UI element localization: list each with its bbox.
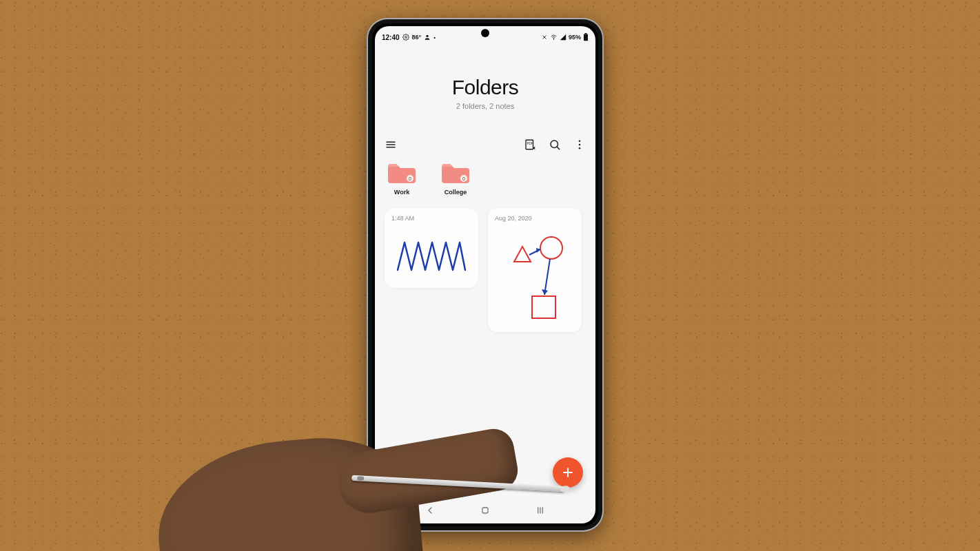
note-timestamp: Aug 20, 2020 — [488, 208, 582, 225]
phone-screen: 12:40 86° • 95% — [375, 26, 595, 523]
page-header: Folders 2 folders, 2 notes — [375, 45, 595, 135]
more-button[interactable] — [573, 138, 586, 151]
hamburger-icon — [385, 138, 397, 151]
system-navigation-bar — [375, 500, 595, 523]
scribble-drawing-icon — [394, 236, 469, 277]
svg-point-1 — [427, 35, 429, 37]
nav-recents-button[interactable] — [533, 503, 547, 517]
svg-point-0 — [405, 37, 407, 39]
content-area: 0 Work 0 College — [375, 154, 595, 500]
folders-row: 0 Work 0 College — [385, 161, 586, 196]
nfc-icon — [541, 34, 548, 41]
folder-badge: 0 — [409, 176, 411, 181]
svg-rect-22 — [532, 296, 555, 318]
svg-point-17 — [540, 237, 562, 259]
front-camera-punch-hole — [481, 29, 489, 37]
page-title: Folders — [375, 76, 595, 99]
folder-work[interactable]: 0 Work — [385, 161, 419, 196]
svg-line-20 — [544, 259, 550, 295]
status-battery-percent: 95% — [569, 34, 581, 41]
svg-point-13 — [579, 144, 581, 146]
signal-icon — [560, 34, 566, 41]
note-preview — [385, 225, 478, 288]
note-card-1[interactable]: 1:48 AM — [385, 208, 478, 288]
folder-label: Work — [394, 189, 409, 196]
note-timestamp: 1:48 AM — [385, 208, 478, 225]
status-temperature: 86° — [412, 34, 422, 41]
more-vertical-icon — [573, 138, 586, 151]
folder-label: College — [445, 189, 467, 196]
folder-badge: 0 — [462, 176, 465, 181]
folder-college[interactable]: 0 College — [438, 161, 473, 196]
status-bar-left: 12:40 86° • — [382, 34, 436, 41]
notes-row: 1:48 AM Aug 20, 2020 — [385, 208, 586, 332]
plus-icon — [561, 466, 575, 479]
menu-button[interactable] — [385, 138, 397, 151]
svg-point-14 — [579, 147, 581, 149]
svg-text:PDF: PDF — [527, 142, 533, 145]
svg-point-2 — [553, 39, 554, 40]
import-pdf-icon: PDF — [524, 138, 536, 151]
settings-gear-icon — [402, 34, 409, 41]
status-bar-right: 95% — [541, 33, 589, 41]
svg-point-12 — [579, 140, 581, 142]
recents-icon — [535, 505, 546, 516]
notification-dot-icon: • — [433, 34, 436, 41]
contact-icon — [424, 34, 431, 41]
home-outline-icon — [480, 505, 491, 516]
nav-home-button[interactable] — [478, 503, 492, 517]
battery-icon — [583, 33, 589, 41]
svg-rect-25 — [482, 508, 488, 513]
wifi-icon — [550, 34, 558, 41]
nav-back-button[interactable] — [423, 503, 437, 517]
svg-rect-4 — [585, 33, 587, 34]
chevron-left-icon — [425, 505, 436, 516]
add-note-fab[interactable] — [553, 457, 583, 488]
toolbar: PDF — [375, 135, 595, 154]
import-pdf-button[interactable]: PDF — [524, 138, 536, 151]
search-button[interactable] — [549, 138, 561, 151]
diagram-drawing-icon — [493, 230, 576, 326]
page-subtitle: 2 folders, 2 notes — [375, 102, 595, 110]
search-icon — [549, 138, 561, 151]
status-time: 12:40 — [382, 34, 400, 41]
folder-icon: 0 — [440, 161, 471, 185]
phone-frame: 12:40 86° • 95% — [368, 19, 602, 530]
svg-rect-3 — [584, 34, 588, 41]
folder-icon: 0 — [387, 161, 417, 185]
svg-line-11 — [557, 147, 560, 149]
note-card-2[interactable]: Aug 20, 2020 — [488, 208, 582, 332]
note-preview — [488, 225, 582, 332]
svg-marker-21 — [542, 289, 548, 295]
